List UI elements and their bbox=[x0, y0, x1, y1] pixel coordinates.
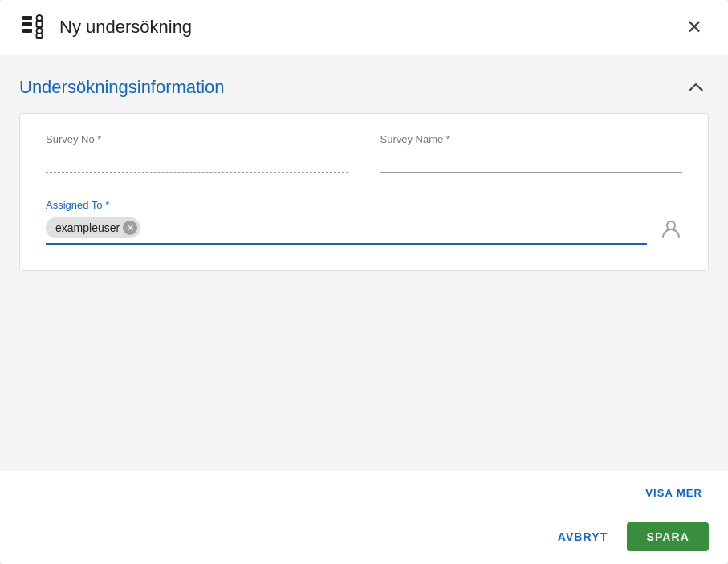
svg-rect-1 bbox=[22, 22, 32, 26]
chevron-up-icon bbox=[686, 78, 706, 97]
new-survey-dialog: Ny undersökning ✕ Undersökningsinformati… bbox=[0, 0, 728, 564]
close-icon: ✕ bbox=[686, 18, 702, 37]
dialog-footer: AVBRYT SPARA bbox=[0, 509, 728, 564]
chip-text: exampleuser bbox=[55, 221, 120, 234]
survey-no-field: Survey No * bbox=[46, 133, 348, 173]
svg-rect-4 bbox=[37, 21, 43, 27]
survey-name-field: Survey Name * bbox=[380, 133, 683, 173]
user-chip: exampleuser ✕ bbox=[46, 217, 140, 238]
assigned-to-section: Assigned To * exampleuser ✕ bbox=[46, 199, 682, 245]
dialog-header: Ny undersökning ✕ bbox=[0, 0, 728, 55]
survey-icon bbox=[19, 13, 48, 42]
header-left: Ny undersökning bbox=[19, 13, 192, 42]
svg-rect-0 bbox=[22, 16, 32, 20]
svg-rect-2 bbox=[22, 29, 32, 33]
section-title: Undersökningsinformation bbox=[19, 77, 225, 98]
save-button[interactable]: SPARA bbox=[627, 522, 709, 551]
svg-rect-6 bbox=[37, 34, 43, 38]
assigned-to-label: Assigned To * bbox=[46, 199, 682, 211]
close-button[interactable]: ✕ bbox=[680, 13, 709, 42]
chip-remove-icon: ✕ bbox=[127, 224, 134, 233]
visa-mer-row: VISA MER bbox=[0, 471, 728, 509]
cancel-button[interactable]: AVBRYT bbox=[545, 522, 621, 551]
survey-no-input[interactable] bbox=[46, 152, 348, 173]
section-card: Survey No * Survey Name * Assigned To * … bbox=[19, 113, 709, 271]
survey-no-label: Survey No * bbox=[46, 133, 348, 145]
dialog-body: Undersökningsinformation Survey No * Sur… bbox=[0, 55, 728, 471]
visa-mer-button[interactable]: VISA MER bbox=[639, 484, 709, 502]
form-row-survey: Survey No * Survey Name * bbox=[46, 133, 682, 173]
dialog-title: Ny undersökning bbox=[59, 17, 192, 38]
assigned-to-input[interactable]: exampleuser ✕ bbox=[46, 217, 647, 245]
assigned-to-row: exampleuser ✕ bbox=[46, 217, 682, 245]
svg-point-7 bbox=[667, 221, 675, 229]
svg-point-5 bbox=[37, 28, 43, 34]
survey-name-input[interactable] bbox=[380, 152, 683, 173]
svg-point-3 bbox=[37, 15, 43, 21]
person-icon bbox=[660, 218, 682, 244]
chip-remove-button[interactable]: ✕ bbox=[123, 221, 137, 235]
section-header: Undersökningsinformation bbox=[19, 75, 709, 100]
collapse-section-button[interactable] bbox=[683, 75, 709, 100]
survey-name-label: Survey Name * bbox=[380, 133, 683, 145]
